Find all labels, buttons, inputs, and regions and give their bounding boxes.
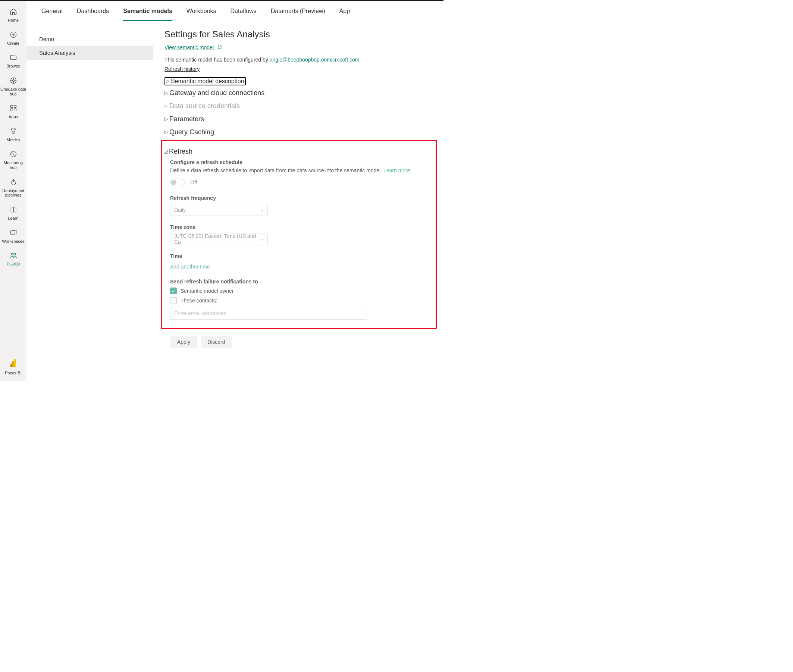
timezone-select[interactable]: (UTC-05:00) Eastern Time (US and Ca ⌄ xyxy=(170,233,268,245)
nav-onelake[interactable]: OneLake data hub xyxy=(0,73,26,101)
svg-point-8 xyxy=(13,181,14,182)
nav-powerbi[interactable]: Power BI xyxy=(0,355,26,377)
expander-refresh[interactable]: ◿ Refresh xyxy=(164,146,431,157)
home-icon xyxy=(10,8,17,16)
page-title: Settings for Sales Analysis xyxy=(165,29,437,40)
refresh-subtitle: Configure a refresh schedule xyxy=(170,159,431,165)
refresh-toggle[interactable] xyxy=(170,179,185,186)
svg-rect-6 xyxy=(14,109,16,111)
nav-workspace-pl300[interactable]: PL-300 xyxy=(0,248,26,271)
svg-point-1 xyxy=(12,80,14,81)
view-model-link-text: View semantic model xyxy=(165,44,214,50)
contacts-email-placeholder: Enter email addresses xyxy=(174,310,226,316)
refresh-history-link[interactable]: Refresh history xyxy=(165,66,200,72)
timezone-label: Time zone xyxy=(170,224,431,230)
nav-metrics-label: Metrics xyxy=(7,138,20,142)
nav-monitoring[interactable]: Monitoring hub xyxy=(0,147,26,174)
caret-right-icon: ▷ xyxy=(166,78,169,83)
nav-workspaces[interactable]: Workspaces xyxy=(0,225,26,248)
settings-tabs: General Dashboards Semantic models Workb… xyxy=(26,1,444,21)
datahub-icon xyxy=(10,77,17,85)
model-item-sales-analysis[interactable]: Sales Analysis xyxy=(26,46,153,60)
learn-more-link[interactable]: Learn more xyxy=(383,168,410,173)
nav-deployment-label: Deployment pipelines xyxy=(0,188,26,198)
chevron-down-icon: ⌄ xyxy=(260,207,264,213)
expander-gateway-title: Gateway and cloud connections xyxy=(169,89,264,97)
nav-learn[interactable]: Learn xyxy=(0,202,26,225)
configured-email-link[interactable]: angie@beepboopbop.onmicrosoft.com xyxy=(270,57,360,62)
nav-onelake-label: OneLake data hub xyxy=(0,87,26,96)
view-model-link[interactable]: View semantic model xyxy=(165,44,222,50)
tab-dashboards[interactable]: Dashboards xyxy=(77,8,109,21)
contacts-checkbox[interactable] xyxy=(170,297,177,304)
caret-down-icon: ◿ xyxy=(164,149,167,154)
workspaces-icon xyxy=(10,229,17,238)
powerbi-icon xyxy=(10,359,16,369)
nav-browse[interactable]: Browse xyxy=(0,50,26,73)
nav-apps-label: Apps xyxy=(9,115,18,119)
svg-rect-5 xyxy=(10,109,13,111)
add-time-link[interactable]: Add another time xyxy=(170,264,210,270)
nav-deployment[interactable]: Deployment pipelines xyxy=(0,174,26,202)
nav-workspaces-label: Workspaces xyxy=(2,239,24,244)
expander-parameters-title: Parameters xyxy=(169,115,204,123)
left-nav: Home Create Browse OneLake data hub xyxy=(0,1,26,381)
svg-point-11 xyxy=(13,253,15,255)
tab-app[interactable]: App xyxy=(340,8,350,21)
expander-refresh-title: Refresh xyxy=(169,148,192,155)
tab-general[interactable]: General xyxy=(42,8,62,21)
nav-apps[interactable]: Apps xyxy=(0,101,26,124)
external-link-icon xyxy=(218,45,222,50)
folder-icon xyxy=(10,54,17,62)
rocket-icon xyxy=(10,178,17,187)
notify-label: Send refresh failure notifications to xyxy=(170,278,431,285)
svg-rect-13 xyxy=(12,362,14,367)
nav-home[interactable]: Home xyxy=(0,4,26,27)
model-item-demo[interactable]: Demo xyxy=(26,32,153,46)
svg-point-10 xyxy=(11,253,13,255)
model-list: Demo Sales Analysis xyxy=(26,21,153,381)
tab-dataflows[interactable]: Dataflows xyxy=(231,8,256,21)
refresh-desc-text: Define a data refresh schedule to import… xyxy=(170,168,383,173)
refresh-section-highlight: ◿ Refresh Configure a refresh schedule D… xyxy=(161,140,437,329)
caret-right-icon: ▷ xyxy=(165,90,168,96)
frequency-value: Daily xyxy=(174,207,186,213)
expander-credentials: ▷ Data source credentials xyxy=(165,101,437,112)
svg-rect-9 xyxy=(10,231,15,234)
expander-query-caching-title: Query Caching xyxy=(169,128,214,136)
expander-parameters[interactable]: ▷ Parameters xyxy=(165,114,437,125)
refresh-description: Define a data refresh schedule to import… xyxy=(170,168,431,173)
frequency-select[interactable]: Daily ⌄ xyxy=(170,204,268,216)
owner-checkbox[interactable]: ✓ xyxy=(170,288,177,294)
monitor-icon xyxy=(10,150,17,159)
refresh-toggle-state: Off xyxy=(190,179,197,186)
configured-suffix: . xyxy=(359,57,361,62)
book-icon xyxy=(10,206,17,214)
expander-description-title: Semantic model description xyxy=(171,78,244,85)
configured-by-line: This semantic model has been configured … xyxy=(165,57,437,62)
contacts-checkbox-label: These contacts: xyxy=(181,298,218,304)
expander-gateway[interactable]: ▷ Gateway and cloud connections xyxy=(165,88,437,98)
nav-create[interactable]: Create xyxy=(0,27,26,50)
caret-right-icon: ▷ xyxy=(165,103,168,109)
tab-semantic-models[interactable]: Semantic models xyxy=(123,8,172,21)
trophy-icon xyxy=(10,128,17,136)
expander-query-caching[interactable]: ▷ Query Caching xyxy=(165,127,437,138)
discard-button[interactable]: Discard xyxy=(201,336,232,348)
apps-icon xyxy=(10,104,17,113)
tab-workbooks[interactable]: Workbooks xyxy=(186,8,216,21)
tab-datamarts[interactable]: Datamarts (Preview) xyxy=(271,8,325,21)
nav-metrics[interactable]: Metrics xyxy=(0,124,26,147)
expander-credentials-title: Data source credentials xyxy=(169,102,240,110)
settings-content: Settings for Sales Analysis View semanti… xyxy=(153,21,444,381)
frequency-label: Refresh frequency xyxy=(170,195,431,201)
svg-rect-3 xyxy=(10,106,13,108)
svg-rect-14 xyxy=(10,363,12,367)
contacts-email-input[interactable]: Enter email addresses xyxy=(170,307,367,320)
chevron-down-icon: ⌄ xyxy=(260,237,264,242)
caret-right-icon: ▷ xyxy=(165,116,168,122)
apply-button[interactable]: Apply xyxy=(170,336,197,348)
nav-home-label: Home xyxy=(8,18,19,23)
expander-description[interactable]: ▷ Semantic model description xyxy=(165,77,246,85)
nav-powerbi-label: Power BI xyxy=(5,371,22,376)
